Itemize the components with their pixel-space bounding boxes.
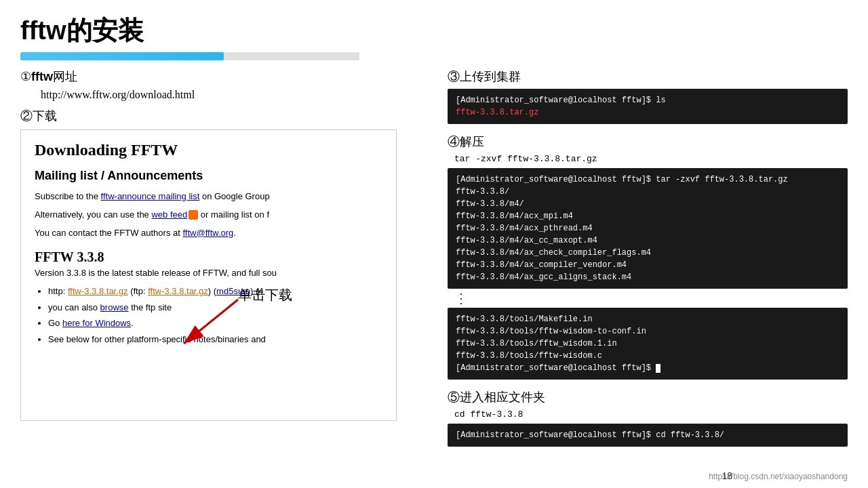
terminal-cursor — [656, 364, 660, 373]
step4-terminal2-line-3: fftw-3.3.8/tools/fftw-wisdom.c — [456, 350, 840, 362]
step4-terminal1-line-8: fftw-3.3.8/m4/ax_gcc_aligns_stack.m4 — [456, 271, 840, 283]
mailing-text2: Alternatively, you can use the web feed … — [35, 208, 382, 222]
windows-link[interactable]: here for Windows — [62, 318, 131, 328]
step4-terminal1-line-3: fftw-3.3.8/m4/acx_mpi.m4 — [456, 210, 840, 222]
step4-terminal1-line-0: [Administrator_software@localhost fftw]$… — [456, 174, 840, 186]
step4-label: ④解压 — [448, 134, 848, 150]
dl-list-item-1: http: fftw-3.3.8.tar.gz (ftp: fftw-3.3.8… — [48, 283, 382, 299]
progress-bar-fill — [20, 52, 224, 60]
page-title: fftw的安装 — [20, 14, 848, 48]
dl-list-item-3: Go here for Windows. — [48, 315, 382, 331]
step1-bold: fftw — [31, 70, 53, 83]
vertical-dots: ⋮ — [454, 291, 848, 305]
email-link[interactable]: fftw@fftw.org — [182, 228, 233, 238]
download-list: http: fftw-3.3.8.tar.gz (ftp: fftw-3.3.8… — [48, 283, 382, 347]
feed-icon — [189, 210, 198, 220]
step4-terminal2-line-0: fftw-3.3.8/tools/Makefile.in — [456, 313, 840, 325]
step3-line2: fftw-3.3.8.tar.gz — [456, 106, 840, 119]
step4-terminal2-line-2: fftw-3.3.8/tools/fftw_wisdom.1.in — [456, 338, 840, 350]
progress-bar — [20, 52, 359, 60]
mailing-text1: Subscribe to the fftw-announce mailing l… — [35, 190, 382, 204]
step4-terminal1-line-7: fftw-3.3.8/m4/ax_compiler_vendor.m4 — [456, 259, 840, 271]
step3-line1: [Administrator_software@localhost fftw]$… — [456, 94, 840, 106]
step4-section: ④解压 tar -zxvf fftw-3.3.8.tar.gz [Adminis… — [448, 134, 848, 380]
step2-label: ②下载 — [20, 108, 427, 124]
step4-terminal1-line-5: fftw-3.3.8/m4/ax_cc_maxopt.m4 — [456, 235, 840, 247]
step1-suffix: 网址 — [53, 70, 77, 83]
left-column: ①fftw网址 http://www.fftw.org/download.htm… — [20, 68, 427, 481]
right-column: ③上传到集群 [Administrator_software@localhost… — [448, 68, 848, 481]
annotation-label: 单击下载 — [238, 287, 292, 302]
dl-title: Downloading FFTW — [35, 141, 382, 159]
step4-terminal2-line-1: fftw-3.3.8/tools/fftw-wisdom-to-conf.in — [456, 325, 840, 338]
dl-list-item-4: See below for other platform-specific no… — [48, 331, 382, 347]
step4-terminal1-line-6: fftw-3.3.8/m4/ax_check_compiler_flags.m4 — [456, 247, 840, 259]
http-tar-link[interactable]: fftw-3.3.8.tar.gz — [68, 286, 128, 296]
mailing-title: Mailing list / Announcements — [35, 169, 382, 183]
step4-terminal2-line-4: [Administrator_software@localhost fftw]$ — [456, 362, 840, 374]
step3-terminal: [Administrator_software@localhost fftw]$… — [448, 89, 848, 124]
version-desc: Version 3.3.8 is the latest stable relea… — [35, 268, 382, 278]
step5-terminal-line: [Administrator_software@localhost fftw]$… — [456, 429, 840, 441]
step4-terminal1: [Administrator_software@localhost fftw]$… — [448, 168, 848, 289]
dl-list-item-2: you can also browse the ftp site — [48, 300, 382, 315]
step1-number: ① — [20, 70, 31, 83]
download-box: Downloading FFTW Mailing list / Announce… — [20, 129, 397, 421]
fftw-version-title: FFTW 3.3.8 — [35, 249, 382, 265]
mailing-text3: You can contact the FFTW authors at fftw… — [35, 226, 382, 241]
web-feed-link[interactable]: web feed — [151, 209, 187, 220]
step5-cmd: cd fftw-3.3.8 — [454, 409, 848, 420]
step1-label: ①fftw网址 — [20, 68, 427, 85]
step5-label: ⑤进入相应文件夹 — [448, 389, 848, 405]
step4-terminal2: fftw-3.3.8/tools/Makefile.infftw-3.3.8/t… — [448, 308, 848, 380]
step4-terminal1-line-1: fftw-3.3.8/ — [456, 186, 840, 198]
step4-terminal1-line-4: fftw-3.3.8/m4/acx_pthread.m4 — [456, 222, 840, 235]
step5-section: ⑤进入相应文件夹 cd fftw-3.3.8 [Administrator_so… — [448, 389, 848, 447]
step3-label: ③上传到集群 — [448, 68, 848, 85]
step3-section: ③上传到集群 [Administrator_software@localhost… — [448, 68, 848, 124]
step5-terminal: [Administrator_software@localhost fftw]$… — [448, 424, 848, 447]
page-number: 18 — [722, 470, 732, 481]
step4-cmd: tar -zxvf fftw-3.3.8.tar.gz — [454, 154, 848, 164]
ftp-tar-link[interactable]: fftw-3.3.8.tar.gz — [148, 286, 208, 296]
step4-terminal1-line-2: fftw-3.3.8/m4/ — [456, 198, 840, 210]
browse-link[interactable]: browse — [100, 302, 129, 312]
mailing-link1[interactable]: fftw-announce mailing list — [101, 191, 200, 201]
step1-url[interactable]: http://www.fftw.org/download.html — [41, 89, 427, 101]
